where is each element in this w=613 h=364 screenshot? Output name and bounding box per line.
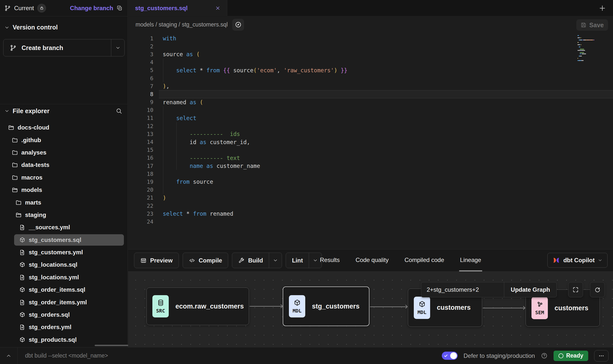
collapse-panel-button[interactable] <box>0 347 17 364</box>
file-label: stg_orders.yml <box>29 324 71 331</box>
code-line-12[interactable]: 12 <box>128 122 613 130</box>
save-icon <box>581 22 586 28</box>
file-tree-item-stg_customers.yml[interactable]: stg_customers.yml <box>0 246 128 259</box>
file-tree-item-__sources.yml[interactable]: __sources.yml <box>0 221 128 234</box>
file-tree-item-stg_customers.sql[interactable]: stg_customers.sql <box>0 234 128 246</box>
minimap[interactable] <box>578 35 610 62</box>
file-tree-item-docs-cloud[interactable]: docs-cloud <box>0 121 128 134</box>
code-line-21[interactable]: 21) <box>128 194 613 202</box>
code-line-23[interactable]: 23select * from renamed <box>128 210 613 218</box>
code-icon <box>189 257 195 264</box>
code-line-11[interactable]: 11 select <box>128 114 613 122</box>
file-tree-item-data-tests[interactable]: data-tests <box>0 159 128 171</box>
code-line-10[interactable]: 10 <box>128 106 613 114</box>
code-line-3[interactable]: 3source as ( <box>128 50 613 58</box>
code-line-18[interactable]: 18 <box>128 170 613 178</box>
update-graph-button[interactable]: Update Graph <box>504 282 557 297</box>
save-button[interactable]: Save <box>576 19 608 31</box>
file-tree-item-stg_locations.sql[interactable]: stg_locations.sql <box>0 259 128 271</box>
lineage-node-stg_customers[interactable]: MDLstg_customers <box>283 286 369 326</box>
refresh-button[interactable] <box>590 282 605 297</box>
panel-tab-lineage[interactable]: Lineage <box>459 249 482 271</box>
line-number: 18 <box>128 171 153 177</box>
file-tree-item-models[interactable]: models <box>0 184 128 196</box>
code-line-7[interactable]: 7), <box>128 82 613 90</box>
file-tree-item-stg_order_items.yml[interactable]: stg_order_items.yml <box>0 296 128 308</box>
panel-tab-compiled-code[interactable]: Compiled code <box>403 249 445 271</box>
code-line-19[interactable]: 19 from source <box>128 178 613 186</box>
code-line-2[interactable]: 2 <box>128 42 613 50</box>
code-line-8[interactable]: 8 <box>128 90 613 98</box>
line-number: 20 <box>128 187 153 193</box>
version-control-header[interactable]: Version control <box>0 16 128 31</box>
selector-input[interactable]: 2+stg_customers+2 <box>421 282 504 297</box>
code-line-15[interactable]: 15 <box>128 146 613 154</box>
file-tree-item-stg_orders.sql[interactable]: stg_orders.sql <box>0 309 128 321</box>
scrollbar-thumb[interactable] <box>95 345 129 346</box>
chevron-down-icon <box>115 45 120 50</box>
panel-tab-results[interactable]: Results <box>319 249 341 271</box>
folder-open-icon <box>8 124 14 131</box>
more-options-button[interactable] <box>594 350 609 362</box>
file-tree-item-stg_orders.yml[interactable]: stg_orders.yml <box>0 321 128 333</box>
code-line-14[interactable]: 14 id as customer_id, <box>128 138 613 146</box>
ellipsis-icon <box>598 353 605 359</box>
file-tree-item-stg_order_items.sql[interactable]: stg_order_items.sql <box>0 284 128 296</box>
navigate-lineage-button[interactable] <box>232 19 244 31</box>
file-label: .github <box>21 137 41 144</box>
file-explorer-title: File explorer <box>13 107 50 115</box>
build-dropdown[interactable] <box>269 253 282 268</box>
code-editor[interactable]: 1with23source as (45 select * from {{ so… <box>128 33 613 249</box>
fullscreen-button[interactable] <box>568 282 583 297</box>
file-tree-item-analyses[interactable]: analyses <box>0 146 128 159</box>
tab-label: stg_customers.sql <box>135 5 188 12</box>
file-tree-item-stg_locations.yml[interactable]: stg_locations.yml <box>0 271 128 284</box>
preview-button[interactable]: Preview <box>134 253 179 268</box>
file-tree-item-.github[interactable]: .github <box>0 134 128 146</box>
command-input[interactable]: dbt build --select <model_name> <box>18 352 442 359</box>
file-tree-item-marts[interactable]: marts <box>0 196 128 208</box>
lineage-panel[interactable]: SRCecom.raw_customersMDLstg_customersMDL… <box>128 271 613 347</box>
lint-button[interactable]: Lint <box>286 253 322 268</box>
defer-toggle[interactable] <box>442 352 458 360</box>
close-icon[interactable] <box>215 5 221 11</box>
ready-status-button[interactable]: Ready <box>554 351 588 361</box>
code-line-9[interactable]: 9renamed as ( <box>128 98 613 106</box>
code-line-13[interactable]: 13 ---------- ids <box>128 130 613 138</box>
code-line-17[interactable]: 17 name as customer_name <box>128 162 613 170</box>
node-label: ecom.raw_customers <box>175 303 244 310</box>
create-branch-dropdown[interactable] <box>111 39 124 56</box>
tab-stg-customers-sql[interactable]: stg_customers.sql <box>128 0 227 16</box>
line-number: 8 <box>128 91 153 97</box>
code-line-22[interactable]: 22 <box>128 202 613 210</box>
lock-icon <box>40 6 44 10</box>
file-explorer-header[interactable]: File explorer <box>0 104 128 117</box>
copy-icon[interactable] <box>116 5 123 11</box>
node-type-badge: MDL <box>289 295 305 317</box>
line-number: 7 <box>128 83 153 89</box>
panel-tab-code-quality[interactable]: Code quality <box>355 249 390 271</box>
code-line-20[interactable]: 20 <box>128 186 613 194</box>
build-button[interactable]: Build <box>232 253 282 268</box>
compile-label: Compile <box>199 257 222 264</box>
change-branch-link[interactable]: Change branch <box>70 5 113 12</box>
file-tree-item-stg_products.sql[interactable]: stg_products.sql <box>0 334 128 346</box>
search-icon[interactable] <box>116 108 122 114</box>
dbt-copilot-button[interactable]: dbt Copilot <box>547 253 608 268</box>
create-branch-button[interactable]: Create branch <box>3 39 125 56</box>
new-tab-button[interactable] <box>599 4 606 12</box>
check-icon <box>444 354 448 358</box>
compile-button[interactable]: Compile <box>183 253 228 268</box>
folder-icon <box>12 174 18 181</box>
code-line-1[interactable]: 1with <box>128 34 613 42</box>
node-type-badge: SEM <box>531 297 548 319</box>
file-tree-item-macros[interactable]: macros <box>0 171 128 184</box>
code-line-6[interactable]: 6 <box>128 74 613 82</box>
code-line-24[interactable]: 24 <box>128 218 613 226</box>
code-line-4[interactable]: 4 <box>128 58 613 66</box>
code-line-16[interactable]: 16 ---------- text <box>128 154 613 162</box>
code-line-5[interactable]: 5 select * from {{ source('ecom', 'raw_c… <box>128 66 613 74</box>
help-icon[interactable] <box>541 352 548 359</box>
lineage-node-ecom.raw_customers[interactable]: SRCecom.raw_customers <box>146 287 249 325</box>
file-tree-item-staging[interactable]: staging <box>0 209 128 221</box>
